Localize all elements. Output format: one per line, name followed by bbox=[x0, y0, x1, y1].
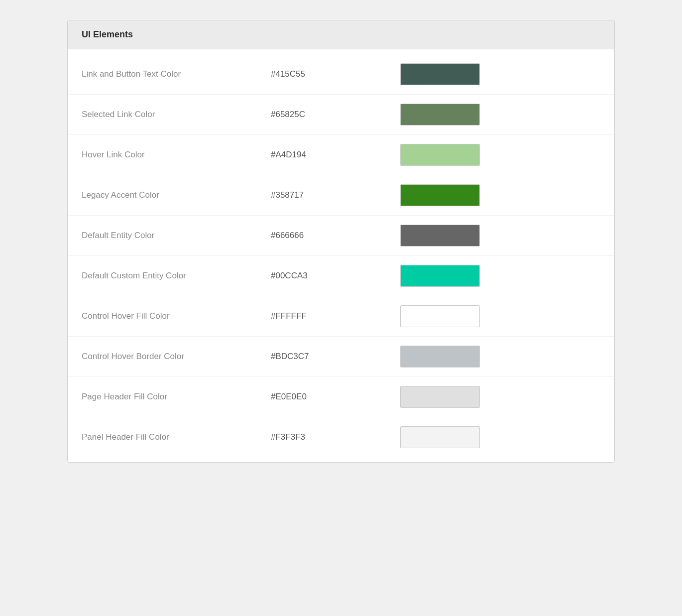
color-row[interactable]: Legacy Accent Color#358717 bbox=[68, 175, 614, 216]
color-hex: #FFFFFF bbox=[271, 311, 400, 321]
color-label: Selected Link Color bbox=[82, 110, 271, 120]
color-row[interactable]: Default Custom Entity Color#00CCA3 bbox=[68, 256, 614, 296]
color-swatch[interactable] bbox=[400, 346, 480, 368]
color-label: Link and Button Text Color bbox=[82, 69, 271, 79]
color-hex: #A4D194 bbox=[271, 150, 400, 160]
color-swatch[interactable] bbox=[400, 265, 480, 287]
color-hex: #00CCA3 bbox=[271, 271, 400, 281]
color-row[interactable]: Page Header Fill Color#E0E0E0 bbox=[68, 377, 614, 417]
color-swatch[interactable] bbox=[400, 104, 480, 125]
color-label: Panel Header Fill Color bbox=[82, 432, 271, 442]
color-swatch[interactable] bbox=[400, 386, 480, 408]
color-rows-container: Link and Button Text Color#415C55Selecte… bbox=[68, 49, 614, 462]
color-swatch[interactable] bbox=[400, 225, 480, 246]
color-label: Control Hover Border Color bbox=[82, 352, 271, 362]
color-label: Default Custom Entity Color bbox=[82, 271, 271, 281]
color-row[interactable]: Control Hover Fill Color#FFFFFF bbox=[68, 296, 614, 337]
panel-header: UI Elements bbox=[68, 20, 614, 49]
color-hex: #BDC3C7 bbox=[271, 352, 400, 362]
color-swatch[interactable] bbox=[400, 63, 480, 85]
color-row[interactable]: Control Hover Border Color#BDC3C7 bbox=[68, 337, 614, 377]
color-swatch[interactable] bbox=[400, 426, 480, 448]
color-label: Page Header Fill Color bbox=[82, 392, 271, 402]
color-swatch[interactable] bbox=[400, 305, 480, 327]
color-swatch[interactable] bbox=[400, 184, 480, 206]
color-label: Control Hover Fill Color bbox=[82, 311, 271, 321]
color-hex: #E0E0E0 bbox=[271, 392, 400, 402]
color-hex: #666666 bbox=[271, 231, 400, 241]
color-hex: #65825C bbox=[271, 110, 400, 120]
color-row[interactable]: Selected Link Color#65825C bbox=[68, 95, 614, 135]
color-hex: #358717 bbox=[271, 190, 400, 200]
color-row[interactable]: Hover Link Color#A4D194 bbox=[68, 135, 614, 175]
color-hex: #F3F3F3 bbox=[271, 432, 400, 442]
color-label: Default Entity Color bbox=[82, 231, 271, 241]
color-label: Legacy Accent Color bbox=[82, 190, 271, 200]
color-row[interactable]: Default Entity Color#666666 bbox=[68, 216, 614, 256]
ui-elements-panel: UI Elements Link and Button Text Color#4… bbox=[67, 20, 615, 463]
color-swatch[interactable] bbox=[400, 144, 480, 166]
color-hex: #415C55 bbox=[271, 69, 400, 79]
color-row[interactable]: Panel Header Fill Color#F3F3F3 bbox=[68, 417, 614, 457]
panel-title: UI Elements bbox=[82, 29, 133, 39]
color-label: Hover Link Color bbox=[82, 150, 271, 160]
color-row[interactable]: Link and Button Text Color#415C55 bbox=[68, 54, 614, 95]
